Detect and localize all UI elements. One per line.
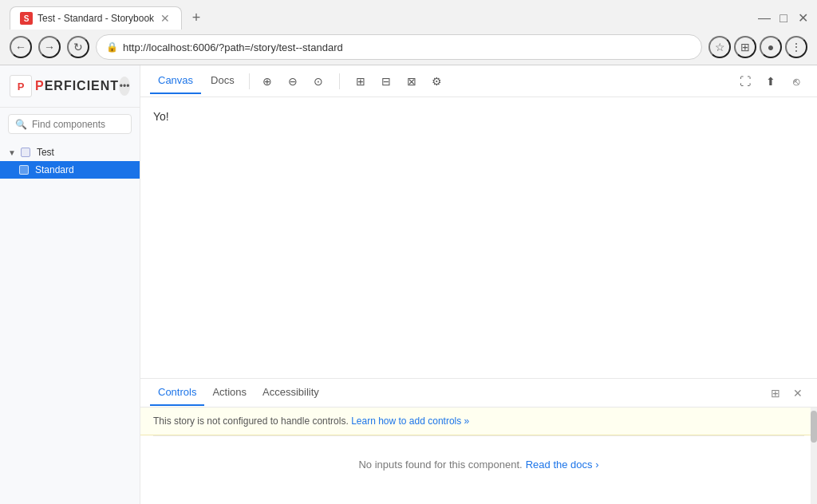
back-button[interactable]: ← [10,36,32,58]
group-icon [21,148,30,157]
new-tab-button[interactable]: + [185,7,207,30]
logo-text: PERFICIENT [35,79,119,93]
empty-text: No inputs found for this component. [358,459,522,471]
panel-expand-button[interactable]: ⊞ [766,384,785,403]
sidebar-tree: ▼ Test Standard [0,140,140,504]
chevron-down-icon: ▼ [8,148,16,157]
bottom-panel-actions: ⊞ ✕ [766,384,807,403]
bookmark-button[interactable] [708,36,731,58]
panel-scrollbar[interactable] [811,408,817,504]
settings-button[interactable]: ⚙ [426,70,448,93]
address-bar[interactable]: 🔒 http://localhost:6006/?path=/story/tes… [96,34,702,60]
sidebar-search: 🔍 / [0,108,140,140]
bottom-panel-tabs: Controls Actions Accessibility ⊞ ✕ [140,379,817,408]
browser-nav-actions [708,36,807,58]
sidebar-header: P PERFICIENT ••• [0,65,140,108]
panel-scrollbar-thumb [811,411,817,443]
canvas-content: Yo! [153,110,804,123]
more-button[interactable] [785,36,807,58]
grid-view-button[interactable]: ⊟ [375,70,397,93]
bottom-panel-body: This story is not configured to handle c… [140,408,817,504]
tab-docs[interactable]: Docs [203,68,243,94]
component-view-button[interactable]: ⊞ [349,70,372,93]
maximize-button[interactable]: □ [779,14,788,23]
sidebar-item-test-group[interactable]: ▼ Test [0,144,140,161]
empty-docs-link[interactable]: Read the docs › [526,459,599,471]
warning-link[interactable]: Learn how to add controls » [351,415,469,427]
toolbar-divider-2 [339,73,340,89]
fullscreen-button[interactable]: ⛶ [734,70,756,93]
close-button[interactable]: ✕ [798,14,807,23]
sidebar-item-standard[interactable]: Standard [0,161,140,179]
logo-p-letter: P [35,79,45,93]
storybook-toolbar: Canvas Docs ⊕ ⊖ ⊙ ⊞ ⊟ ⊠ ⚙ ⛶ ⬆ ⎋ [140,65,817,97]
search-wrapper: 🔍 / [8,114,132,134]
zoom-in-button[interactable]: ⊕ [256,70,278,93]
controls-empty: No inputs found for this component. Read… [140,436,817,492]
profile-button[interactable] [760,36,782,58]
toolbar-divider [249,73,250,89]
panel-view-button[interactable]: ⊠ [401,70,423,93]
bottom-panel: Controls Actions Accessibility ⊞ ✕ This … [140,378,817,504]
sidebar-item-label: Test [37,147,54,158]
refresh-button[interactable]: ↻ [67,36,89,58]
zoom-out-button[interactable]: ⊖ [282,70,304,93]
canvas-area: Yo! [140,97,817,378]
search-icon: 🔍 [15,119,27,130]
toolbar-right-actions: ⛶ ⬆ ⎋ [734,70,807,93]
controls-warning: This story is not configured to handle c… [140,408,817,435]
logo-icon: P [10,75,32,97]
browser-navbar: ← → ↻ 🔒 http://localhost:6006/?path=/sto… [0,30,817,65]
tab-title: Test - Standard - Storybook [37,13,154,24]
share-button[interactable]: ⬆ [760,70,782,93]
warning-text: This story is not configured to handle c… [153,415,349,427]
tab-canvas[interactable]: Canvas [150,68,201,94]
app-container: P PERFICIENT ••• 🔍 / ▼ Test [0,65,817,504]
logo: P PERFICIENT [10,75,119,97]
forward-button[interactable]: → [38,36,61,58]
url-display: http://localhost:6006/?path=/story/test-… [123,41,692,53]
sidebar: P PERFICIENT ••• 🔍 / ▼ Test [0,65,140,504]
browser-tab[interactable]: S Test - Standard - Storybook ✕ [10,6,182,30]
panel-close-button[interactable]: ✕ [788,384,807,403]
browser-tabs: S Test - Standard - Storybook ✕ + [10,6,207,30]
browser-titlebar: S Test - Standard - Storybook ✕ + — □ ✕ [0,0,817,30]
zoom-reset-button[interactable]: ⊙ [307,70,330,93]
tab-controls[interactable]: Controls [150,380,204,406]
toolbar-icons: ⊕ ⊖ ⊙ ⊞ ⊟ ⊠ ⚙ [256,70,448,93]
main-content: Canvas Docs ⊕ ⊖ ⊙ ⊞ ⊟ ⊠ ⚙ ⛶ ⬆ ⎋ Yo! [140,65,817,504]
window-controls: — □ ✕ [760,14,807,23]
story-icon [19,165,29,175]
lock-icon: 🔒 [106,41,118,53]
minimize-button[interactable]: — [760,14,769,23]
browser-chrome: S Test - Standard - Storybook ✕ + — □ ✕ … [0,0,817,65]
tab-favicon: S [20,12,33,25]
toolbar-tabs: Canvas Docs [150,68,243,94]
tab-accessibility[interactable]: Accessibility [255,380,327,406]
logo-rest: ERFICIENT [45,79,119,93]
tab-close-button[interactable]: ✕ [159,12,172,25]
sidebar-menu-button[interactable]: ••• [119,77,130,96]
search-input[interactable] [32,119,152,130]
extensions-button[interactable] [734,36,756,58]
sidebar-item-label: Standard [35,164,74,175]
tab-actions[interactable]: Actions [204,380,255,406]
external-link-button[interactable]: ⎋ [785,70,807,93]
logo-p: P [18,81,25,93]
